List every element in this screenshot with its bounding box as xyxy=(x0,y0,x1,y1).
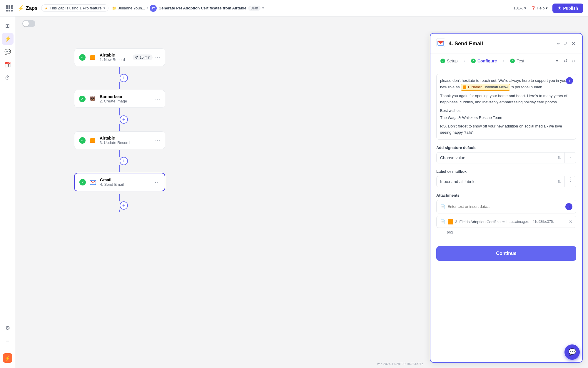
step-2-more[interactable]: ⋯ xyxy=(155,96,160,102)
step-1-label: 1. New Record xyxy=(100,57,125,62)
add-step-1[interactable]: + xyxy=(120,74,128,82)
navbar-left: ⚡ Zaps ★ This Zap is using 1 Pro feature… xyxy=(5,4,510,13)
step-4-more[interactable]: ⋯ xyxy=(155,179,160,185)
tab-test[interactable]: ✓ Test xyxy=(506,56,528,66)
pro-feature-badge[interactable]: ★ This Zap is using 1 Pro feature ▾ xyxy=(41,4,108,12)
attachment-add-icon[interactable]: + xyxy=(565,219,567,224)
help-circle-icon: ❓ xyxy=(531,6,536,10)
zoom-indicator[interactable]: 101% ▾ xyxy=(513,6,526,10)
publish-button[interactable]: ★ Publish xyxy=(552,4,583,13)
step-card-2[interactable]: ✓ 🐻 Bannerbear 2. Create Image ⋯ xyxy=(74,90,165,108)
add-step-4[interactable]: + xyxy=(120,201,128,210)
test-check-icon: ✓ xyxy=(510,59,515,63)
step-1-info: Airtable 1. New Record xyxy=(100,53,125,62)
zoom-value: 101% xyxy=(513,6,523,10)
attachment-tag: 🟧 3. Fields Adoption Certificate: https:… xyxy=(447,219,554,225)
body-text-p3: Best wishes, xyxy=(440,108,572,114)
step-card-4[interactable]: ✓ Gmail 4. Send Email ⋯ xyxy=(74,173,165,191)
connector-3: + xyxy=(116,149,124,173)
body-text-p4: The Wags & Whiskers Rescue Team xyxy=(440,115,572,121)
sidebar-item-zaps[interactable]: ⚡ xyxy=(2,33,14,45)
setup-check-icon: ✓ xyxy=(440,59,445,63)
search-icon[interactable]: ⌕ xyxy=(571,57,576,65)
step-4-label: 4. Send Email xyxy=(100,182,124,187)
star-icon: ★ xyxy=(44,6,48,10)
step-3-label: 3. Update Record xyxy=(100,140,130,145)
zap-toggle[interactable] xyxy=(22,20,35,27)
zap-title[interactable]: Generate Pet Adoption Certificates from … xyxy=(158,6,246,10)
edit-icon[interactable]: ✏ xyxy=(557,41,560,46)
sidebar-item-settings[interactable]: ⚙ xyxy=(2,322,14,334)
close-icon[interactable]: ✕ xyxy=(571,40,576,47)
breadcrumb-separator: / xyxy=(147,6,148,10)
body-insert-plus[interactable]: + xyxy=(566,77,573,84)
add-step-2[interactable]: + xyxy=(120,115,128,124)
step-4-left: ✓ Gmail 4. Send Email xyxy=(79,178,124,187)
step-1-more[interactable]: ⋯ xyxy=(155,54,160,61)
tab-configure[interactable]: ✓ Configure xyxy=(467,56,501,66)
attachment-plus-button[interactable]: + xyxy=(565,203,572,210)
breadcrumb: 📁 Julianne Youn... / JY Generate Pet Ado… xyxy=(112,5,264,12)
apps-grid-button[interactable] xyxy=(5,4,14,13)
connector-line-3-bottom xyxy=(119,165,120,172)
add-step-3[interactable]: + xyxy=(120,157,128,165)
attachment-tag-row: 📄 🟧 3. Fields Adoption Certificate: http… xyxy=(436,216,576,228)
email-body-field[interactable]: + please don't hesitate to reach out. We… xyxy=(436,74,576,140)
pill-value: Chairman Meow xyxy=(483,84,508,90)
step-1-check: ✓ xyxy=(79,54,86,61)
attachment-tag-actions: + ✕ xyxy=(565,219,572,224)
bolt-icon: ⚡ xyxy=(18,5,24,11)
mailbox-select[interactable]: Inbox and all labels ⇅ xyxy=(436,176,564,187)
zap-chevron: ▾ xyxy=(262,6,264,10)
zaps-logo[interactable]: ⚡ Zaps xyxy=(18,5,38,11)
step-2-appname: Bannerbear xyxy=(100,94,127,99)
signature-select[interactable]: Choose value... ⇅ xyxy=(436,152,564,163)
signature-label: Add signature default xyxy=(436,145,576,150)
signature-field-group: Add signature default Choose value... ⇅ … xyxy=(436,145,576,163)
sidebar-item-chat[interactable]: 💬 xyxy=(2,46,14,58)
sidebar-item-more[interactable]: ≡ xyxy=(2,335,14,347)
attachment-remove-icon[interactable]: ✕ xyxy=(569,219,572,224)
sidebar-item-tables[interactable]: 📅 xyxy=(2,59,14,71)
version-text: ver. 2024-11-28T00:18-761c71b xyxy=(377,362,423,366)
step-4-check: ✓ xyxy=(79,179,86,185)
body-text-content: please don't hesitate to reach out. We'r… xyxy=(440,78,572,91)
sidebar-item-history[interactable]: ⏱ xyxy=(2,72,14,84)
refresh-icon[interactable]: ↺ xyxy=(562,57,569,65)
tab-setup[interactable]: ✓ Setup xyxy=(436,56,462,66)
mailbox-options-button[interactable]: ⋮ xyxy=(564,176,576,187)
connector-line-3-top xyxy=(119,150,120,157)
step-card-1[interactable]: ✓ 🟧 Airtable 1. New Record ⏱ 15 min ⋯ xyxy=(74,48,165,66)
step-card-3[interactable]: ✓ 🟧 Airtable 3. Update Record ⋯ xyxy=(74,131,165,149)
step-1-appname: Airtable xyxy=(100,53,125,57)
magic-wand-icon[interactable]: ✦ xyxy=(554,57,560,65)
attachment-input[interactable] xyxy=(447,204,563,209)
navbar-right: 101% ▾ ❓ Help ▾ ★ Publish xyxy=(513,4,583,13)
continue-button[interactable]: Continue xyxy=(436,246,576,261)
help-button[interactable]: ❓ Help ▾ xyxy=(531,6,548,10)
sidebar-item-home[interactable]: ⊞ xyxy=(2,20,14,32)
help-label: Help xyxy=(537,6,545,10)
mailbox-field-row: Inbox and all labels ⇅ ⋮ xyxy=(436,176,576,187)
navbar: ⚡ Zaps ★ This Zap is using 1 Pro feature… xyxy=(0,0,588,16)
pro-feature-chevron: ▾ xyxy=(103,6,105,10)
gmail-app-icon xyxy=(436,38,445,49)
pro-feature-text: This Zap is using 1 Pro feature xyxy=(50,6,102,10)
breadcrumb-folder[interactable]: 📁 Julianne Youn... xyxy=(112,6,145,10)
attachments-field-group: Attachments 📄 + 📄 🟧 3. Fields Adoption C… xyxy=(436,193,576,234)
signature-options-button[interactable]: ⋮ xyxy=(564,152,576,163)
name-pill-tag[interactable]: 🟧 1. Name: Chairman Meow xyxy=(461,84,510,91)
step-3-check: ✓ xyxy=(79,137,86,144)
body-text-p5: P.S. Don't forget to show off your new a… xyxy=(440,123,572,136)
expand-icon[interactable]: ⤢ xyxy=(564,41,568,47)
connector-line-top xyxy=(119,67,120,74)
zap-steps: ✓ 🟧 Airtable 1. New Record ⏱ 15 min ⋯ + xyxy=(74,48,165,215)
step-2-check: ✓ xyxy=(79,96,86,102)
step-2-label: 2. Create Image xyxy=(100,99,127,103)
connector-line-bottom xyxy=(119,82,120,89)
toggle-bar xyxy=(18,16,40,31)
step-3-more[interactable]: ⋯ xyxy=(155,137,160,144)
chat-bubble[interactable]: 💬 xyxy=(564,344,580,360)
step-4-app-icon xyxy=(89,178,97,186)
chat-icon: 💬 xyxy=(568,348,576,356)
